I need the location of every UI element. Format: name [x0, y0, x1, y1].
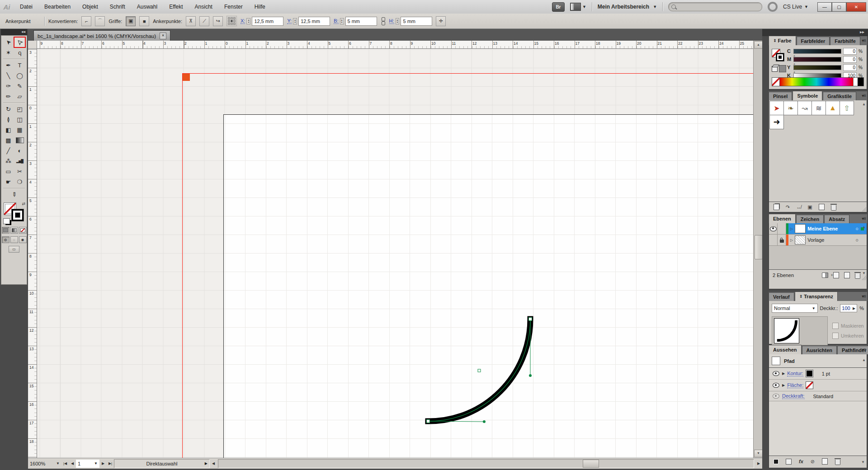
spectrum-gradient[interactable]	[780, 78, 853, 86]
new-fill-button[interactable]	[786, 459, 792, 465]
field-value[interactable]: 5 mm	[401, 17, 432, 26]
panel-menu-icon[interactable]: ▾≡	[862, 216, 866, 221]
expand-icon[interactable]: ▶	[782, 371, 785, 376]
field-value[interactable]: 12,5 mm	[252, 17, 283, 26]
color-paint-button[interactable]	[2, 227, 9, 234]
lock-toggle[interactable]	[778, 223, 786, 234]
appearance-row-kontur[interactable]: ▶Kontur:1 pt	[769, 368, 867, 380]
visibility-toggle[interactable]	[772, 394, 780, 399]
tab-farbhilfe[interactable]: Farbhilfe	[830, 37, 860, 45]
panel-scroll-up-icon[interactable]: ▲	[862, 102, 866, 106]
stepper-icon[interactable]: ▲▼	[246, 18, 250, 24]
cut-path-button[interactable]: ⟋	[199, 16, 209, 26]
menu-item-auswahl[interactable]: Auswahl	[137, 4, 157, 10]
field-label[interactable]: X:	[241, 18, 245, 24]
visibility-toggle[interactable]	[772, 371, 780, 376]
default-fill-stroke-icon[interactable]	[3, 218, 10, 224]
ellipse-tool[interactable]: ◯	[14, 70, 25, 81]
stroke-proxy-black[interactable]	[776, 53, 784, 61]
perspective-grid-tool[interactable]: ▦	[14, 125, 25, 135]
channel-slider-m[interactable]: ▲	[793, 57, 841, 62]
page-number-select[interactable]: 1▼	[76, 460, 99, 468]
toolbar-collapse-button[interactable]: ◂◂	[1, 29, 27, 35]
new-stroke-button[interactable]	[774, 459, 778, 464]
attribute-link[interactable]: Deckkraft:	[782, 393, 805, 399]
vertical-ruler[interactable]: 321012345678910111213141516171819	[28, 49, 37, 458]
horizontal-ruler[interactable]: 9876543210123456789101112131415161718192…	[37, 41, 753, 49]
target-circle-icon[interactable]: ○	[855, 237, 859, 243]
eyedropper-tool[interactable]: ╱	[3, 146, 14, 156]
attribute-link[interactable]: Kontur:	[787, 371, 803, 376]
restore-button[interactable]: ▢	[832, 2, 846, 12]
layer-thumbnail[interactable]	[795, 235, 806, 244]
tab-farbfelder[interactable]: Farbfelder	[797, 37, 830, 45]
panel-scroll-up-icon[interactable]: ▲	[862, 358, 866, 362]
gradient-paint-button[interactable]	[10, 227, 18, 234]
symbol-options-icon[interactable]: ▣	[807, 204, 812, 210]
pen-tool[interactable]: ✒	[3, 60, 14, 70]
visibility-toggle[interactable]	[769, 223, 778, 234]
field-value[interactable]: 5 mm	[345, 17, 377, 26]
channel-slider-c[interactable]: ▲	[793, 49, 841, 54]
layer-thumbnail[interactable]	[795, 224, 806, 233]
anchor-point[interactable]	[427, 420, 430, 423]
connect-path-button[interactable]: ↪	[213, 16, 223, 26]
draw-behind-button[interactable]: ◌	[10, 236, 18, 243]
draw-normal-button[interactable]: ◍	[2, 236, 9, 243]
spectrum-black-swatch[interactable]	[858, 78, 863, 86]
menu-item-objekt[interactable]: Objekt	[82, 4, 98, 10]
clear-appearance-button[interactable]: ⊘	[811, 459, 815, 465]
tab-absatz[interactable]: Absatz	[824, 215, 849, 223]
next-page-button[interactable]: ▶	[99, 460, 107, 468]
opacity-input[interactable]: 100▶	[840, 304, 857, 312]
channel-value[interactable]: 0	[843, 56, 857, 63]
graph-tool[interactable]: ▂▅█	[14, 156, 25, 166]
menu-item-fenster[interactable]: Fenster	[224, 4, 243, 10]
symbol-library-icon[interactable]	[774, 204, 779, 210]
none-swatch[interactable]	[806, 381, 813, 389]
direct-selection-tool[interactable]: ➤	[14, 37, 25, 47]
scroll-down-icon[interactable]: ▼	[754, 450, 763, 457]
stepper-icon[interactable]: ▲▼	[340, 18, 344, 24]
channel-value[interactable]: 0	[843, 48, 857, 55]
arrange-documents-button[interactable]: ▼	[570, 3, 586, 11]
black-swatch[interactable]	[806, 370, 813, 377]
expand-layer-icon[interactable]: ▷	[790, 227, 793, 231]
tab-ausrichten[interactable]: Ausrichten	[802, 346, 837, 354]
rotate-tool[interactable]: ↻	[3, 104, 14, 114]
hand-tool[interactable]: ☛	[3, 177, 14, 187]
attribute-link[interactable]: Fläche:	[787, 382, 803, 388]
workspace-switcher[interactable]: Mein Arbeitsbereich▼	[598, 4, 657, 10]
lasso-tool[interactable]: ρ	[14, 47, 25, 58]
color-spectrum-bar[interactable]	[772, 77, 864, 86]
type-tool[interactable]: T	[14, 60, 25, 70]
spectrum-none-swatch[interactable]	[772, 78, 780, 86]
menu-item-bearbeiten[interactable]: Bearbeiten	[44, 4, 71, 10]
dock-collapse-button[interactable]: ▸▸	[762, 29, 868, 36]
zoom-dropdown-icon[interactable]: ▼	[54, 460, 61, 468]
stepper-icon[interactable]: ▲▼	[396, 18, 400, 24]
invert-checkbox[interactable]	[832, 333, 839, 339]
field-label[interactable]: B:	[334, 18, 338, 24]
tab-verlauf[interactable]: Verlauf	[769, 292, 794, 301]
show-handles-button[interactable]: ▣	[126, 16, 136, 26]
attribute-value[interactable]: Standard	[813, 394, 834, 399]
mesh-tool[interactable]: ▩	[3, 135, 14, 146]
panel-scroll-down-icon[interactable]: ▼	[861, 460, 865, 464]
menu-item-schrift[interactable]: Schrift	[110, 4, 125, 10]
tab-symbole[interactable]: Symbole	[793, 91, 822, 100]
blend-tool[interactable]: ◐	[14, 146, 25, 156]
artwork-curve[interactable]	[37, 49, 753, 458]
add-effect-button[interactable]: fx	[799, 459, 803, 464]
scroll-up-icon[interactable]: ▲	[754, 41, 763, 49]
symbol-leaf[interactable]: ❧	[783, 101, 798, 115]
handle-end-point[interactable]	[483, 420, 486, 423]
scroll-left-icon[interactable]: ◀	[210, 460, 217, 468]
target-circle-icon[interactable]: ○	[855, 226, 859, 231]
close-button[interactable]: ✕	[846, 2, 866, 12]
measure-tool[interactable]: ✎	[9, 189, 20, 200]
panel-menu-icon[interactable]: ▾≡	[862, 93, 866, 98]
tab-transparenz[interactable]: ⇕Transparenz	[795, 291, 838, 301]
tab-zeichen[interactable]: Zeichen	[796, 215, 824, 223]
break-symbol-link-icon[interactable]: ↮	[796, 204, 801, 210]
